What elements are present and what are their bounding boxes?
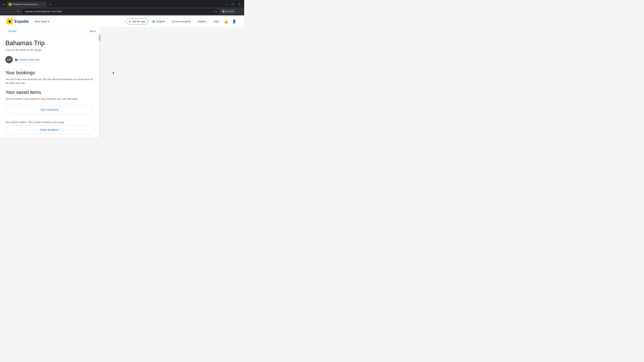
logo-text: Expedia [14,19,28,24]
back-button[interactable]: ← [2,9,8,14]
saved-items-section-title: Your saved items [5,90,94,95]
user-account-button[interactable]: 👤 [231,18,238,25]
address-bar-row: ← → ↻ expedia.com/trips/egti-6Q7-A2B-78S… [0,7,244,15]
all-trips-label: All trips [8,30,16,32]
start-searching-button[interactable]: Start searching [5,105,94,114]
trip-title: Bahamas Trip [5,39,94,47]
address-bar[interactable]: expedia.com/trips/egti-6Q7-A2B-78SH ☆ ⊞ [22,9,220,14]
browser-chrome: ▾ E Bahamas Trip trip overview | Ex... ×… [0,0,244,15]
window-controls: — ❐ ✕ [224,2,243,6]
left-panel: ← All trips ⋮ Menu Bahamas Trip A trip f… [0,27,100,137]
share-feedback-button[interactable]: Share feedback [5,125,94,134]
menu-dots-icon: ⋮ [86,29,88,32]
english-label: English [157,20,165,23]
saved-items-section-text: Time to explore! Save places to stay and… [5,97,94,101]
chevron-down-icon: ▾ [48,20,50,23]
back-arrow-icon: ← [5,30,7,32]
download-icon: ⬇ [129,20,131,23]
support-button[interactable]: Support [195,18,209,24]
more-travel-label: More travel [34,20,47,23]
more-travel-button[interactable]: More travel ▾ [32,18,52,24]
extensions-icon[interactable]: ⊞ [215,10,217,13]
minimize-button[interactable]: — [224,2,228,6]
invite-label: Invite to your trip [20,58,39,61]
user-icon: 👤 [232,19,236,23]
close-button[interactable]: ✕ [238,2,242,6]
tab-title: Bahamas Trip trip overview | Ex... [13,3,41,5]
tab-list-button[interactable]: ▾ [1,2,6,7]
main-layout: ← All trips ⋮ Menu Bahamas Trip A trip f… [0,27,244,137]
address-icons: ☆ ⊞ [212,10,217,13]
svg-marker-0 [8,20,11,23]
bell-icon: 🔔 [224,19,228,23]
trips-label: Trips [213,20,219,23]
get-app-button[interactable]: ⬇ Get the app [126,18,148,24]
globe-icon: 🌐 [152,20,155,23]
list-property-label: List your property [172,20,191,23]
all-trips-link[interactable]: ← All trips [5,30,16,32]
restore-button[interactable]: ❐ [231,2,235,6]
invite-to-trip-link[interactable]: 👥 Invite to your trip [15,58,39,61]
menu-label: Menu [90,30,96,32]
list-property-button[interactable]: List your property [169,18,194,24]
right-panel [100,27,244,137]
support-label: Support [198,20,206,23]
incognito-icon [222,10,225,13]
incognito-badge: Incognito [221,9,236,13]
tab-bar: ▾ E Bahamas Trip trip overview | Ex... ×… [0,0,244,7]
trip-subtitle: A trip for the whole Smith squad. [5,48,94,51]
tab-favicon: E [9,3,12,6]
bookings-section-title: Your bookings [5,70,94,75]
expedia-logo-icon [8,19,12,23]
incognito-label: Incognito [226,10,234,12]
panel-menu[interactable]: ⋮ Menu [86,29,96,32]
share-feedback-label: Share feedback [40,128,59,131]
logo-icon [7,18,13,24]
refresh-button[interactable]: ↻ [16,9,21,14]
opinion-text: Your opinion matters. Tell us what's mis… [5,121,94,123]
invite-icon: 👥 [15,58,18,61]
panel-header: ← All trips ⋮ Menu [0,27,100,35]
bookings-section-text: You don't have any bookings yet. But you… [5,77,94,85]
avatar: LD [5,56,13,63]
trips-button[interactable]: Trips [210,18,221,24]
url-text: expedia.com/trips/egti-6Q7-A2B-78SH [25,10,210,13]
start-searching-label: Start searching [40,108,58,111]
new-tab-button[interactable]: + [48,2,52,7]
language-button[interactable]: 🌐 English [150,18,168,24]
header-right: ⬇ Get the app 🌐 English List your proper… [126,18,238,25]
get-app-label: Get the app [132,20,145,23]
notifications-button[interactable]: 🔔 [223,18,230,25]
website: Expedia More travel ▾ ⬇ Get the app 🌐 En… [0,15,244,137]
forward-button[interactable]: → [9,9,14,14]
panel-content: Bahamas Trip A trip for the whole Smith … [0,35,100,137]
travelers-row: LD 👥 Invite to your trip [5,56,94,63]
more-options-button[interactable]: ⋮ [237,9,242,14]
bookmark-icon[interactable]: ☆ [212,10,214,13]
site-header: Expedia More travel ▾ ⬇ Get the app 🌐 En… [0,15,244,27]
logo[interactable]: Expedia [7,18,28,24]
tab-close-button[interactable]: × [42,3,45,6]
active-tab[interactable]: E Bahamas Trip trip overview | Ex... × [7,1,47,7]
scrollbar[interactable] [99,27,100,137]
